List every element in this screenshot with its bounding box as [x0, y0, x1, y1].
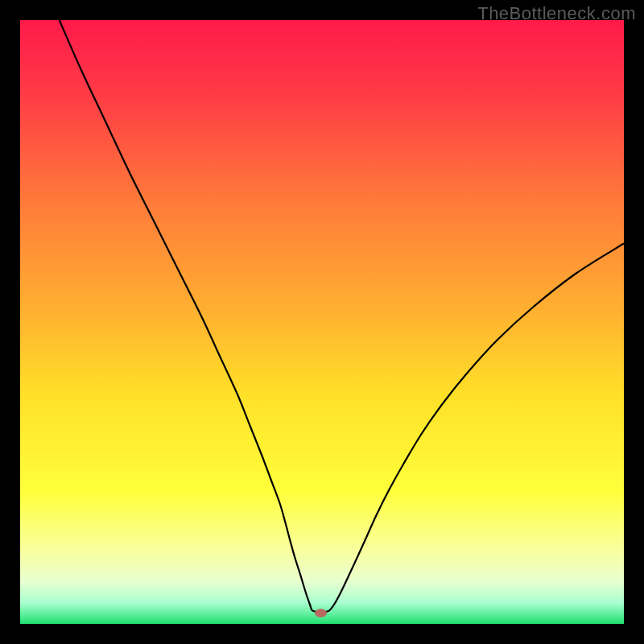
- minimum-marker: [315, 609, 327, 617]
- chart-plot: [20, 20, 624, 624]
- watermark-label: TheBottleneck.com: [477, 3, 636, 24]
- chart-background: [20, 20, 624, 624]
- chart-svg: [20, 20, 624, 624]
- chart-frame: TheBottleneck.com: [0, 0, 644, 644]
